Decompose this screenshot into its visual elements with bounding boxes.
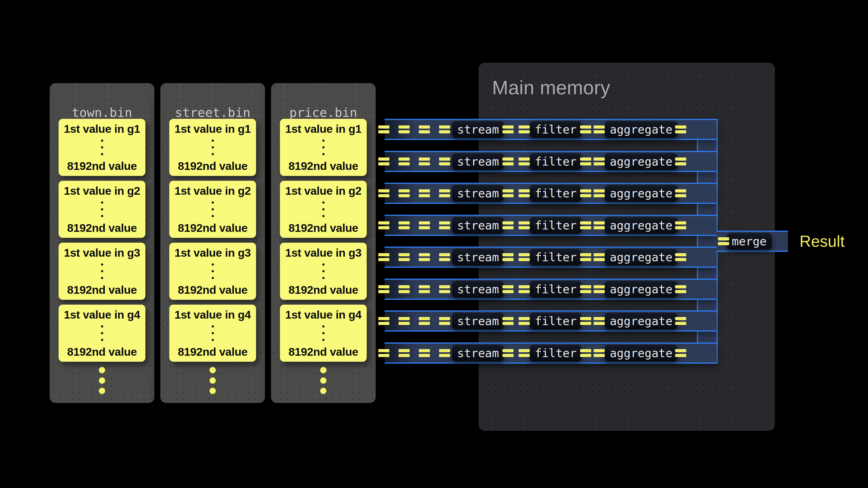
granule-last-value: 8192nd value — [178, 283, 247, 296]
equals-flow-icon — [378, 189, 390, 197]
equals-flow-icon — [439, 349, 450, 357]
granule-block: 1st value in g38192nd value — [169, 243, 256, 300]
equals-flow-icon — [580, 253, 591, 261]
equals-flow-icon — [502, 158, 514, 166]
granule-first-value: 1st value in g3 — [285, 246, 362, 259]
vertical-ellipsis-icon — [101, 201, 103, 217]
file-column-title: street.bin — [160, 105, 265, 120]
vertical-ellipsis-icon — [322, 139, 324, 155]
equals-flow-icon — [594, 285, 605, 293]
equals-flow-icon — [399, 317, 410, 325]
equals-flow-icon — [378, 253, 390, 261]
more-granules-ellipsis-icon — [99, 367, 105, 394]
stage-chip-aggregate: aggregate — [605, 153, 678, 170]
vertical-ellipsis-icon — [101, 139, 103, 155]
stage-chip-filter: filter — [530, 345, 582, 361]
equals-flow-icon — [378, 285, 390, 293]
granule-last-value: 8192nd value — [288, 159, 358, 172]
equals-flow-icon — [718, 237, 729, 245]
granule-last-value: 8192nd value — [178, 221, 247, 234]
equals-flow-icon — [439, 253, 450, 261]
equals-flow-icon — [502, 222, 514, 229]
equals-flow-icon — [419, 285, 430, 293]
granule-block: 1st value in g48192nd value — [280, 304, 367, 362]
granule-block: 1st value in g18192nd value — [169, 119, 256, 176]
vertical-ellipsis-icon — [322, 201, 324, 217]
equals-flow-icon — [519, 126, 530, 133]
equals-flow-icon — [419, 126, 430, 133]
granule-block: 1st value in g28192nd value — [59, 181, 145, 238]
equals-flow-icon — [419, 189, 430, 197]
granule-first-value: 1st value in g3 — [175, 246, 251, 259]
stage-chip-filter: filter — [530, 185, 582, 201]
granule-block-list: 1st value in g18192nd value1st value in … — [169, 119, 256, 366]
vertical-ellipsis-icon — [322, 263, 324, 279]
equals-flow-icon — [580, 285, 591, 293]
granule-block: 1st value in g28192nd value — [280, 181, 367, 238]
file-column-card: street.bin1st value in g18192nd value1st… — [160, 83, 265, 403]
stage-chip-stream: stream — [452, 121, 504, 138]
stage-chip-filter: filter — [530, 313, 582, 329]
more-granules-ellipsis-icon — [210, 367, 216, 394]
equals-flow-icon — [594, 126, 605, 133]
equals-flow-icon — [594, 349, 605, 357]
file-column-card: town.bin1st value in g18192nd value1st v… — [50, 83, 154, 403]
vertical-ellipsis-icon — [101, 263, 103, 279]
granule-block: 1st value in g48192nd value — [169, 304, 256, 362]
equals-flow-icon — [519, 317, 530, 325]
granule-first-value: 1st value in g4 — [175, 308, 251, 321]
equals-flow-icon — [519, 189, 530, 197]
equals-flow-icon — [502, 317, 514, 325]
vertical-ellipsis-icon — [322, 325, 324, 341]
pipeline-row: streamfilteraggregate — [384, 119, 717, 140]
equals-flow-icon — [594, 189, 605, 197]
equals-flow-icon — [594, 158, 605, 166]
equals-flow-icon — [580, 126, 591, 133]
equals-flow-icon — [580, 317, 591, 325]
vertical-ellipsis-icon — [212, 325, 214, 341]
stage-chip-aggregate: aggregate — [605, 217, 678, 233]
granule-last-value: 8192nd value — [67, 159, 137, 172]
equals-flow-icon — [399, 349, 410, 357]
equals-flow-icon — [399, 285, 410, 293]
equals-flow-icon — [419, 158, 430, 166]
pipeline-row: streamfilteraggregate — [384, 343, 717, 364]
equals-flow-icon — [399, 253, 410, 261]
stage-chip-aggregate: aggregate — [605, 281, 678, 297]
equals-flow-icon — [378, 349, 390, 357]
equals-flow-icon — [580, 158, 591, 166]
stage-chip-aggregate: aggregate — [605, 249, 678, 265]
granule-last-value: 8192nd value — [288, 283, 358, 296]
equals-flow-icon — [399, 126, 410, 133]
equals-flow-icon — [580, 222, 591, 229]
granule-first-value: 1st value in g1 — [285, 122, 362, 135]
pipeline-row: streamfilteraggregate — [384, 183, 717, 204]
vertical-ellipsis-icon — [101, 325, 103, 341]
equals-flow-icon — [399, 189, 410, 197]
granule-last-value: 8192nd value — [178, 159, 247, 172]
equals-flow-icon — [439, 158, 450, 166]
equals-flow-icon — [419, 253, 430, 261]
result-label: Result — [800, 232, 845, 250]
vertical-ellipsis-icon — [212, 263, 214, 279]
equals-flow-icon — [439, 189, 450, 197]
equals-flow-icon — [502, 285, 514, 293]
stage-chip-filter: filter — [530, 281, 582, 297]
equals-flow-icon — [519, 158, 530, 166]
equals-flow-icon — [594, 253, 605, 261]
equals-flow-icon — [439, 317, 450, 325]
granule-first-value: 1st value in g1 — [175, 122, 251, 135]
stage-chip-stream: stream — [452, 249, 504, 265]
stage-chip-stream: stream — [452, 313, 504, 329]
stage-chip-stream: stream — [452, 217, 504, 233]
equals-flow-icon — [675, 189, 686, 197]
granule-first-value: 1st value in g2 — [175, 184, 251, 197]
granule-last-value: 8192nd value — [288, 345, 358, 358]
equals-flow-icon — [419, 222, 430, 229]
stage-chip-filter: filter — [530, 217, 582, 233]
equals-flow-icon — [675, 126, 686, 133]
equals-flow-icon — [675, 317, 686, 325]
granule-block: 1st value in g38192nd value — [280, 243, 367, 300]
stage-chip-aggregate: aggregate — [605, 313, 678, 329]
granule-block: 1st value in g18192nd value — [280, 119, 367, 176]
